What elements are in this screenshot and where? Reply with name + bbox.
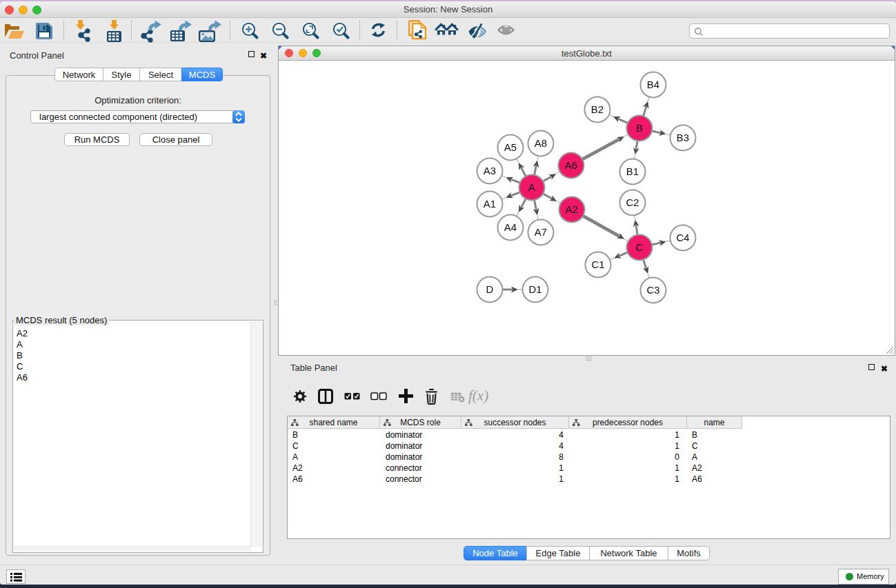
svg-text:B1: B1 <box>626 165 639 177</box>
svg-text:C3: C3 <box>646 284 659 296</box>
svg-text:C4: C4 <box>676 232 689 243</box>
svg-text:B2: B2 <box>591 103 604 115</box>
svg-text:A8: A8 <box>535 137 547 149</box>
svg-text:B4: B4 <box>647 79 659 90</box>
svg-text:A4: A4 <box>504 221 517 233</box>
svg-text:B3: B3 <box>677 132 689 143</box>
svg-text:A6: A6 <box>565 159 577 171</box>
svg-text:C1: C1 <box>591 258 604 270</box>
svg-text:B: B <box>636 122 643 134</box>
svg-text:A2: A2 <box>566 203 578 215</box>
svg-text:A: A <box>528 181 535 193</box>
svg-text:A7: A7 <box>535 226 547 238</box>
svg-text:A1: A1 <box>484 198 496 210</box>
svg-text:D1: D1 <box>528 283 541 295</box>
svg-text:A5: A5 <box>504 141 517 153</box>
svg-text:C: C <box>636 241 644 253</box>
svg-text:D: D <box>486 283 494 295</box>
svg-text:A3: A3 <box>484 165 496 176</box>
svg-text:C2: C2 <box>626 196 639 208</box>
